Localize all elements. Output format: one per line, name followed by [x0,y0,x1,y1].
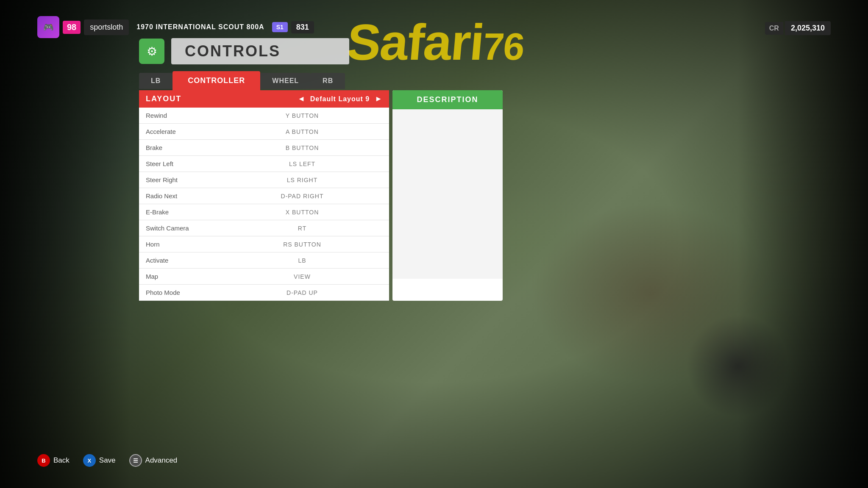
car-pi: 831 [291,21,314,33]
tab-rb[interactable]: RB [311,73,345,89]
cr-label: CR [765,22,783,35]
layout-title: LAYOUT [146,94,181,103]
control-row[interactable]: Radio NextD-PAD RIGHT [139,188,389,204]
control-binding: LB [222,257,382,264]
control-row[interactable]: Photo ModeD-PAD UP [139,285,389,301]
control-binding: RT [222,225,382,232]
control-name: Photo Mode [146,289,222,296]
cr-value: 2,025,310 [785,21,831,35]
x-button-icon: X [83,454,96,467]
bottom-bar: B Back X Save ☰ Advanced [37,454,177,467]
description-body [392,109,503,279]
advanced-button[interactable]: ☰ Advanced [129,454,178,467]
advanced-label: Advanced [145,456,178,465]
control-row[interactable]: Steer RightLS RIGHT [139,172,389,188]
layout-panel: LAYOUT ◄ Default Layout 9 ► RewindY BUTT… [139,90,389,301]
control-row[interactable]: ActivateLB [139,252,389,269]
player-name: sportsloth [84,19,129,35]
car-name: 1970 INTERNATIONAL SCOUT 800A [132,23,268,31]
back-button[interactable]: B Back [37,454,70,467]
tab-wheel[interactable]: WHEEL [260,73,311,89]
control-name: Switch Camera [146,225,222,232]
control-binding: D-PAD UP [222,289,382,296]
controls-title: CONTROLS [171,38,349,64]
description-header: DESCRIPTION [392,90,503,109]
control-binding: B BUTTON [222,144,382,151]
save-button[interactable]: X Save [83,454,116,467]
control-name: Brake [146,144,222,151]
save-label: Save [99,456,116,465]
control-binding: LS RIGHT [222,177,382,183]
gear-icon: ⚙ [147,44,157,58]
top-left-hud: 🎮 98 sportsloth 1970 INTERNATIONAL SCOUT… [37,16,314,38]
top-right-hud: CR 2,025,310 [765,21,831,35]
control-row[interactable]: Switch CameraRT [139,220,389,236]
layout-next-arrow[interactable]: ► [375,94,382,103]
layout-nav: ◄ Default Layout 9 ► [298,94,382,103]
control-binding: LS LEFT [222,161,382,167]
main-panel: ⚙ CONTROLS LB CONTROLLER WHEEL RB [139,38,529,301]
control-name: Steer Left [146,160,222,167]
control-name: Rewind [146,112,222,119]
control-binding: X BUTTON [222,209,382,216]
b-button-icon: B [37,454,50,467]
control-row[interactable]: Steer LeftLS LEFT [139,156,389,172]
control-row[interactable]: RewindY BUTTON [139,108,389,124]
player-icon: 🎮 [37,16,59,38]
control-name: Radio Next [146,192,222,200]
layout-prev-arrow[interactable]: ◄ [298,94,305,103]
tab-controller[interactable]: CONTROLLER [172,71,260,90]
control-row[interactable]: E-BrakeX BUTTON [139,204,389,220]
control-binding: VIEW [222,273,382,280]
menu-button-icon: ☰ [129,454,142,467]
controls-icon: ⚙ [139,39,164,64]
layout-name: Default Layout 9 [310,95,370,103]
controls-header: ⚙ CONTROLS [139,38,529,64]
control-binding: RS BUTTON [222,241,382,248]
control-row[interactable]: HornRS BUTTON [139,236,389,252]
content-area: LAYOUT ◄ Default Layout 9 ► RewindY BUTT… [139,90,529,301]
tab-lb[interactable]: LB [139,73,172,89]
tab-bar: LB CONTROLLER WHEEL RB [139,71,529,90]
control-name: Accelerate [146,128,222,135]
control-binding: A BUTTON [222,128,382,135]
control-name: Map [146,273,222,280]
back-label: Back [53,456,70,465]
control-binding: D-PAD RIGHT [222,193,382,200]
control-name: E-Brake [146,208,222,216]
car-class: S1 [272,22,288,32]
layout-header: LAYOUT ◄ Default Layout 9 ► [139,90,389,108]
control-name: Activate [146,257,222,264]
control-row[interactable]: MapVIEW [139,269,389,285]
control-row[interactable]: AccelerateA BUTTON [139,124,389,140]
description-panel: DESCRIPTION [392,90,503,301]
control-binding: Y BUTTON [222,112,382,119]
control-name: Steer Right [146,176,222,183]
controls-list: RewindY BUTTONAccelerateA BUTTONBrakeB B… [139,108,389,301]
control-name: Horn [146,241,222,248]
player-level: 98 [63,21,81,34]
control-row[interactable]: BrakeB BUTTON [139,140,389,156]
